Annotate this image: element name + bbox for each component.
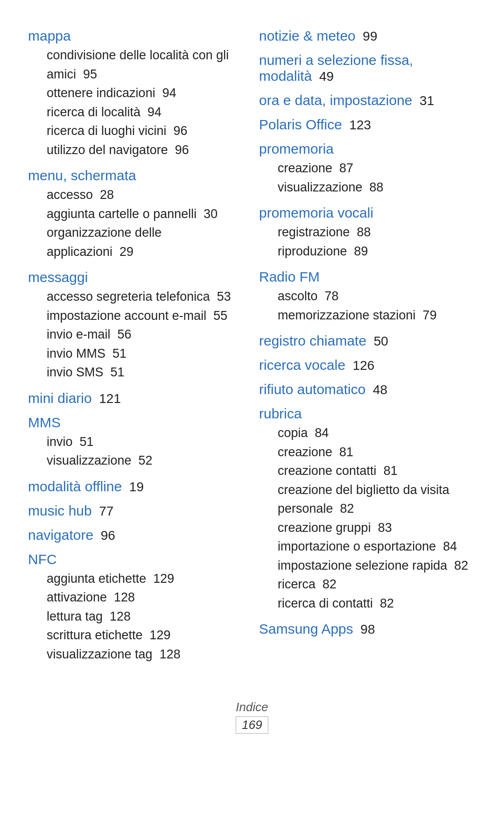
entry-title: NFC [28,551,245,567]
entry-title-inline: Polaris Office 123 [259,117,476,133]
index-entry: rubricacopia 84creazione 81creazione con… [259,406,476,613]
entry-title: promemoria vocali [259,205,476,221]
sub-item: ascolto 78 [259,287,476,306]
left-column: mappacondivisione delle località con gli… [28,28,259,672]
entry-title-inline: music hub 77 [28,503,245,519]
footer-label: Indice [28,700,476,714]
entry-title-inline: numeri a selezione fissa, modalità 49 [259,52,476,84]
sub-item: invio e-mail 56 [28,325,245,344]
entry-title-inline: registro chiamate 50 [259,333,476,349]
sub-item: creazione del biglietto da visita person… [259,481,476,518]
sub-item: invio MMS 51 [28,344,245,363]
index-entry: notizie & meteo 99 [259,28,476,44]
sub-item: creazione 87 [259,159,476,178]
index-entry: mini diario 121 [28,390,245,406]
index-entry: modalità offline 19 [28,479,245,495]
sub-item: ricerca di luoghi vicini 96 [28,121,245,141]
index-entry: registro chiamate 50 [259,333,476,349]
sub-item: riproduzione 89 [259,242,476,261]
sub-item: ottenere indicazioni 94 [28,84,245,103]
sub-item: aggiunta cartelle o pannelli 30 [28,205,245,224]
sub-item: lettura tag 128 [28,607,245,626]
entry-title-inline: Samsung Apps 98 [259,621,476,637]
sub-item: condivisione delle località con gli amic… [28,46,245,84]
entry-title-inline: navigatore 96 [28,527,245,543]
sub-item: ricerca di località 94 [28,103,245,122]
index-entry: menu, schermataaccesso 28aggiunta cartel… [28,168,245,261]
index-entry: music hub 77 [28,503,245,519]
sub-item: organizzazione delle applicazioni 29 [28,223,245,261]
sub-item: invio SMS 51 [28,363,245,382]
index-entry: promemoriacreazione 87visualizzazione 88 [259,141,476,197]
sub-item: creazione gruppi 83 [259,518,476,537]
index-entry: Radio FMascolto 78memorizzazione stazion… [259,269,476,325]
index-entry: MMSinvio 51visualizzazione 52 [28,415,245,470]
entry-title-inline: ricerca vocale 126 [259,357,476,373]
sub-item: visualizzazione 88 [259,178,476,197]
index-entry: Samsung Apps 98 [259,621,476,637]
page-number: 169 [236,716,268,734]
index-entry: messaggiaccesso segreteria telefonica 53… [28,269,245,382]
entry-title-inline: mini diario 121 [28,390,245,406]
sub-item: accesso segreteria telefonica 53 [28,287,245,306]
sub-item: impostazione account e-mail 55 [28,306,245,325]
sub-item: impostazione selezione rapida 82 [259,556,476,575]
index-entry: ricerca vocale 126 [259,357,476,373]
entry-title: MMS [28,415,245,431]
sub-item: ricerca 82 [259,575,476,594]
entry-title-inline: notizie & meteo 99 [259,28,476,44]
entry-title-inline: ora e data, impostazione 31 [259,92,476,108]
entry-title-inline: modalità offline 19 [28,479,245,495]
sub-item: copia 84 [259,424,476,443]
entry-title: menu, schermata [28,168,245,184]
right-column: notizie & meteo 99numeri a selezione fis… [259,28,476,672]
sub-item: accesso 28 [28,185,245,205]
index-entry: navigatore 96 [28,527,245,543]
sub-item: attivazione 128 [28,588,245,607]
sub-item: scrittura etichette 129 [28,626,245,645]
entry-title-inline: rifiuto automatico 48 [259,382,476,397]
sub-item: utilizzo del navigatore 96 [28,141,245,160]
index-entry: promemoria vocaliregistrazione 88riprodu… [259,205,476,261]
page-content: mappacondivisione delle località con gli… [28,28,476,672]
entry-title: messaggi [28,269,245,285]
index-entry: ora e data, impostazione 31 [259,92,476,108]
sub-item: visualizzazione 52 [28,451,245,470]
sub-item: creazione 81 [259,443,476,462]
entry-title: promemoria [259,141,476,157]
sub-item: visualizzazione tag 128 [28,645,245,664]
index-entry: Polaris Office 123 [259,117,476,133]
sub-item: importazione o esportazione 84 [259,537,476,556]
index-entry: rifiuto automatico 48 [259,382,476,397]
sub-item: aggiunta etichette 129 [28,569,245,588]
footer: Indice 169 [28,700,476,734]
entry-title: Radio FM [259,269,476,285]
index-entry: NFCaggiunta etichette 129attivazione 128… [28,551,245,664]
entry-title: rubrica [259,406,476,422]
sub-item: creazione contatti 81 [259,461,476,481]
index-entry: mappacondivisione delle località con gli… [28,28,245,159]
index-entry: numeri a selezione fissa, modalità 49 [259,52,476,84]
sub-item: ricerca di contatti 82 [259,594,476,613]
sub-item: memorizzazione stazioni 79 [259,306,476,325]
entry-title: mappa [28,28,245,44]
sub-item: registrazione 88 [259,223,476,242]
sub-item: invio 51 [28,432,245,452]
